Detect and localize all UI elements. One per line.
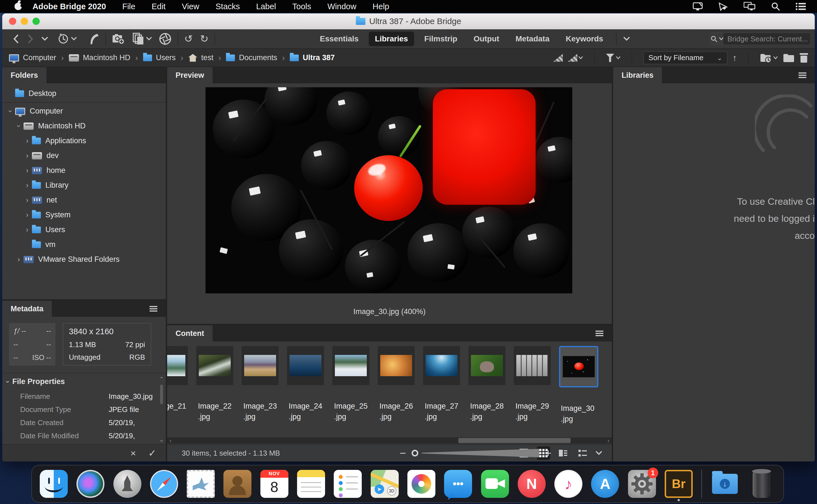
file-item-image-26[interactable]: Image_26.jpg bbox=[378, 346, 415, 424]
dock-photos[interactable] bbox=[407, 470, 435, 498]
metadata-scrollbar[interactable]: ⌃ ⌄ bbox=[158, 376, 164, 443]
close-window-button[interactable] bbox=[9, 18, 16, 25]
zoom-out-icon[interactable]: − bbox=[400, 448, 406, 459]
file-item-image-30-selected[interactable]: Image_30.jpg bbox=[559, 346, 598, 424]
scrollbar-track[interactable] bbox=[174, 437, 605, 444]
file-item-image-29[interactable]: Image_29.jpg bbox=[514, 346, 551, 424]
dock-mail[interactable] bbox=[187, 470, 215, 498]
documents-stack-icon[interactable] bbox=[133, 33, 152, 45]
breadcrumb-ultra-387[interactable]: Ultra 387 bbox=[290, 53, 335, 62]
scroll-left-icon[interactable]: ‹ bbox=[167, 437, 174, 444]
preview-image[interactable] bbox=[206, 87, 572, 293]
scroll-right-icon[interactable]: › bbox=[605, 437, 612, 444]
dock-messages[interactable]: ••• bbox=[444, 470, 472, 498]
dock-news[interactable]: N bbox=[518, 470, 546, 498]
breadcrumb-computer[interactable]: Computer bbox=[9, 53, 56, 62]
zoom-in-icon[interactable]: + bbox=[545, 448, 551, 459]
workspace-chevron-down-icon[interactable] bbox=[623, 37, 630, 41]
breadcrumb-documents[interactable]: Documents bbox=[226, 53, 277, 62]
detail-view-icon[interactable] bbox=[556, 446, 570, 460]
file-item-image-21[interactable]: Image_21.jpg bbox=[167, 346, 188, 424]
boomerang-icon[interactable] bbox=[88, 33, 99, 45]
search-input[interactable] bbox=[724, 35, 811, 43]
filter-star-icon[interactable] bbox=[606, 54, 621, 62]
tree-item-applications[interactable]: ›Applications bbox=[2, 133, 166, 148]
control-list-icon[interactable] bbox=[796, 3, 806, 10]
dock-launchpad[interactable] bbox=[113, 470, 141, 498]
remote-play-icon[interactable] bbox=[719, 2, 728, 11]
rotate-left-icon[interactable]: ↺ bbox=[184, 34, 192, 44]
dock-itunes[interactable]: ♪ bbox=[554, 470, 582, 498]
dock-reminders[interactable] bbox=[334, 470, 362, 498]
file-properties-header[interactable]: › File Properties bbox=[2, 377, 166, 386]
menu-edit[interactable]: Edit bbox=[151, 2, 165, 11]
apple-menu-icon[interactable] bbox=[15, 3, 22, 10]
tab-keywords[interactable]: Keywords bbox=[560, 32, 609, 46]
dock-safari[interactable] bbox=[150, 470, 178, 498]
panel-menu-icon[interactable] bbox=[149, 306, 157, 312]
search-scope-button[interactable] bbox=[711, 33, 724, 45]
display-icon[interactable] bbox=[693, 2, 703, 11]
tree-item-macintosh-hd[interactable]: ›Macintosh HD bbox=[2, 119, 166, 133]
forward-icon[interactable] bbox=[27, 34, 34, 44]
chevron-closed-icon[interactable]: › bbox=[22, 181, 32, 190]
zoom-slider-knob[interactable] bbox=[412, 450, 418, 456]
tab-folders[interactable]: Folders bbox=[2, 67, 46, 83]
dock-notes[interactable] bbox=[297, 470, 325, 498]
tab-preview[interactable]: Preview bbox=[167, 67, 213, 83]
dock-facetime[interactable] bbox=[481, 470, 509, 498]
tab-filmstrip[interactable]: Filmstrip bbox=[418, 32, 463, 46]
chevron-open-icon[interactable]: › bbox=[6, 107, 15, 116]
zoom-slider-track[interactable] bbox=[422, 448, 539, 459]
scrollbar-thumb[interactable] bbox=[160, 385, 163, 404]
tree-item-desktop[interactable]: Desktop bbox=[2, 86, 166, 101]
panel-menu-icon[interactable] bbox=[595, 331, 603, 336]
tree-item-vmware-shared-folders[interactable]: ›VMware Shared Folders bbox=[2, 252, 166, 267]
tree-item-dev[interactable]: ›dev bbox=[2, 148, 166, 163]
scroll-down-icon[interactable]: ⌄ bbox=[159, 436, 164, 443]
chevron-closed-icon[interactable]: › bbox=[22, 151, 32, 160]
tab-libraries[interactable]: Libraries bbox=[369, 32, 414, 46]
dock-adobe-bridge[interactable]: Br bbox=[665, 470, 693, 498]
dock-trash[interactable] bbox=[753, 471, 771, 498]
chevron-closed-icon[interactable]: › bbox=[22, 196, 32, 204]
file-item-image-24[interactable]: Image_24.jpg bbox=[287, 346, 324, 424]
camera-import-icon[interactable] bbox=[112, 33, 125, 45]
back-icon[interactable] bbox=[12, 34, 20, 44]
menu-app-name[interactable]: Adobe Bridge 2020 bbox=[32, 2, 106, 11]
apply-edit-button[interactable]: ✓ bbox=[148, 448, 156, 459]
rotate-right-icon[interactable]: ↻ bbox=[200, 34, 208, 44]
cancel-edit-button[interactable]: × bbox=[130, 448, 136, 459]
menu-help[interactable]: Help bbox=[373, 2, 389, 11]
dock-finder[interactable] bbox=[40, 470, 68, 498]
recent-clock-icon[interactable] bbox=[58, 33, 77, 44]
sort-dropdown[interactable]: Sort by Filename ⌄ bbox=[644, 51, 727, 64]
minimize-window-button[interactable] bbox=[21, 18, 28, 25]
file-item-image-22[interactable]: Image_22.jpg bbox=[196, 346, 233, 424]
chevron-closed-icon[interactable]: › bbox=[22, 166, 32, 175]
tree-item-computer[interactable]: ›Computer bbox=[2, 104, 166, 119]
delete-icon[interactable] bbox=[800, 53, 808, 63]
chevron-closed-icon[interactable]: › bbox=[14, 255, 23, 264]
chevron-closed-icon[interactable]: › bbox=[22, 211, 32, 219]
tab-libraries-panel[interactable]: Libraries bbox=[613, 67, 662, 83]
chevron-closed-icon[interactable]: › bbox=[22, 136, 32, 145]
breadcrumb-macintosh-hd[interactable]: Macintosh HD bbox=[69, 53, 130, 62]
tree-item-vm[interactable]: vm bbox=[2, 237, 166, 252]
tab-metadata-panel[interactable]: Metadata bbox=[2, 301, 52, 317]
dock-app-store[interactable]: A bbox=[591, 470, 619, 498]
thumbnail-quality-icon[interactable] bbox=[553, 54, 563, 62]
open-recent-folder-icon[interactable] bbox=[760, 53, 778, 63]
tab-content[interactable]: Content bbox=[167, 325, 213, 342]
dock-calendar[interactable]: NOV 8 bbox=[261, 470, 288, 498]
file-item-image-23[interactable]: Image_23.jpg bbox=[242, 346, 279, 424]
menu-label[interactable]: Label bbox=[256, 2, 276, 11]
chevron-open-icon[interactable]: › bbox=[14, 122, 23, 130]
chevron-closed-icon[interactable]: › bbox=[22, 225, 32, 234]
menu-file[interactable]: File bbox=[122, 2, 135, 11]
file-item-image-25[interactable]: Image_25.jpg bbox=[332, 346, 369, 424]
menu-window[interactable]: Window bbox=[327, 2, 356, 11]
scrollbar-thumb[interactable] bbox=[458, 438, 570, 443]
spotlight-search-icon[interactable] bbox=[771, 2, 780, 11]
dual-display-icon[interactable] bbox=[744, 2, 755, 11]
